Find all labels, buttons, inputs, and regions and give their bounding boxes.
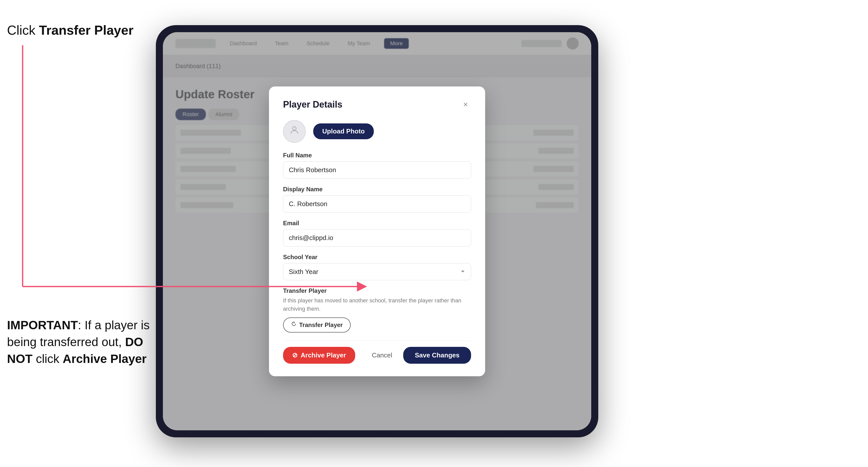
modal-title: Player Details xyxy=(283,99,342,110)
cancel-button[interactable]: Cancel xyxy=(366,347,398,364)
archive-player-label: Archive Player xyxy=(301,351,346,359)
tablet-frame: Dashboard Team Schedule My Team More Das… xyxy=(156,25,598,437)
save-changes-button[interactable]: Save Changes xyxy=(403,347,471,364)
modal-footer: ⊘ Archive Player Cancel Save Changes xyxy=(283,341,471,364)
avatar-circle xyxy=(283,120,306,143)
photo-upload-row: Upload Photo xyxy=(283,120,471,143)
transfer-icon xyxy=(291,321,297,329)
instruction-top: Click Transfer Player xyxy=(7,23,133,38)
modal-header: Player Details × xyxy=(283,99,471,110)
full-name-label: Full Name xyxy=(283,152,471,159)
full-name-group: Full Name xyxy=(283,152,471,179)
transfer-section-title: Transfer Player xyxy=(283,287,471,294)
svg-point-0 xyxy=(292,127,296,130)
email-input[interactable] xyxy=(283,229,471,247)
display-name-label: Display Name xyxy=(283,186,471,193)
user-icon xyxy=(289,125,300,138)
display-name-input[interactable] xyxy=(283,195,471,213)
instruction-archive-bold: Archive Player xyxy=(63,352,147,366)
instruction-transfer-bold: Transfer Player xyxy=(39,23,133,37)
display-name-group: Display Name xyxy=(283,186,471,213)
archive-player-button[interactable]: ⊘ Archive Player xyxy=(283,347,355,364)
archive-icon: ⊘ xyxy=(292,351,298,359)
tablet-screen: Dashboard Team Schedule My Team More Das… xyxy=(163,32,591,430)
school-year-group: School Year First Year Second Year Third… xyxy=(283,254,471,280)
modal-overlay: Player Details × Upload Photo xyxy=(163,32,591,430)
instruction-important-bold: IMPORTANT xyxy=(7,318,78,332)
school-year-label: School Year xyxy=(283,254,471,261)
email-group: Email xyxy=(283,220,471,247)
full-name-input[interactable] xyxy=(283,161,471,179)
instruction-click-text: Click xyxy=(7,23,39,37)
transfer-player-label: Transfer Player xyxy=(299,321,343,329)
modal-close-button[interactable]: × xyxy=(460,99,471,110)
upload-photo-button[interactable]: Upload Photo xyxy=(313,123,374,139)
transfer-player-section: Transfer Player If this player has moved… xyxy=(283,287,471,333)
email-label: Email xyxy=(283,220,471,227)
transfer-player-button[interactable]: Transfer Player xyxy=(283,317,351,333)
transfer-section-description: If this player has moved to another scho… xyxy=(283,296,471,313)
school-year-select[interactable]: First Year Second Year Third Year Fourth… xyxy=(283,263,471,280)
instruction-bottom-text2: click xyxy=(32,352,63,366)
player-details-modal: Player Details × Upload Photo xyxy=(269,87,485,376)
instruction-bottom: IMPORTANT: If a player is being transfer… xyxy=(7,317,153,368)
